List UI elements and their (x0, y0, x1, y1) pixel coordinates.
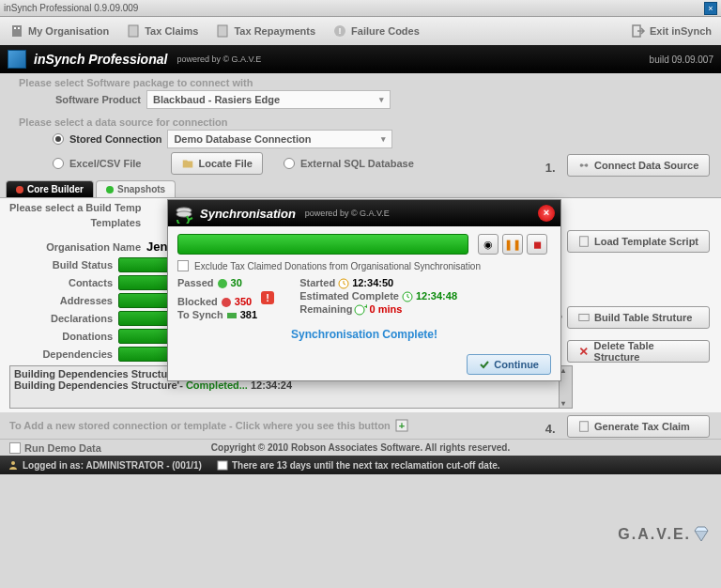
sync-play-button[interactable]: ◉ (478, 234, 499, 255)
build-icon (577, 311, 591, 324)
stored-connection-label: Stored Connection (69, 133, 161, 145)
started-value: 12:34:50 (352, 277, 393, 288)
dot-icon (16, 186, 23, 193)
svg-rect-1 (14, 27, 16, 29)
build-label: build 09.09.007 (650, 54, 713, 65)
script-icon (577, 235, 591, 248)
marker-1: 1. (545, 161, 556, 175)
user-icon (8, 459, 19, 471)
svg-point-42 (355, 305, 364, 315)
svg-point-34 (176, 211, 192, 217)
section-datasource: Please select a data source for connecti… (9, 113, 712, 130)
connect-data-source-button[interactable]: Connect Data Source (567, 154, 710, 177)
dialog-sub: powered by © G.A.V.E (305, 209, 390, 218)
generate-tax-claim-button[interactable]: Generate Tax Claim (567, 415, 710, 438)
sync-pause-button[interactable]: ❚❚ (502, 234, 523, 255)
svg-text:!: ! (339, 26, 342, 36)
app-subtitle: powered by © G.A.V.E (176, 54, 261, 64)
locate-file-button[interactable]: Locate File (171, 152, 262, 175)
software-product-label: Software Product (9, 94, 141, 105)
svg-rect-27 (579, 315, 590, 321)
svg-rect-4 (218, 25, 227, 37)
window-title: inSynch Professional 0.9.09.009 (4, 3, 138, 13)
synchronisation-dialog: Synchronisation powered by © G.A.V.E × ◉… (167, 199, 561, 381)
templates-label: Templates (9, 217, 141, 228)
document-icon (126, 23, 141, 39)
excel-label: Excel/CSV File (69, 158, 141, 169)
run-demo-checkbox[interactable] (9, 442, 21, 454)
window-titlebar: inSynch Professional 0.9.09.009 × (0, 0, 721, 17)
build-status-label: Build Status (9, 259, 113, 271)
svg-rect-3 (129, 25, 138, 37)
dialog-title: Synchronisation (200, 207, 296, 221)
svg-text:!: ! (266, 292, 269, 303)
delete-icon (577, 345, 591, 358)
stored-connection-radio[interactable] (53, 133, 64, 145)
status-login: Logged in as: ADMINISTRATOR - (001/1) (23, 460, 202, 471)
diamond-icon (691, 524, 712, 545)
status-cutoff: There are 13 days until the next tax rec… (232, 460, 500, 471)
connect-icon (577, 159, 591, 172)
exclude-checkbox[interactable] (177, 260, 189, 271)
exit-icon (631, 23, 646, 39)
marker-4: 4. (545, 422, 556, 436)
toolbar-my-organisation[interactable]: My Organisation (9, 23, 109, 39)
svg-rect-28 (580, 422, 589, 432)
toolbar-tax-repayments[interactable]: Tax Repayments (215, 23, 315, 39)
build-table-button[interactable]: Build Table Struture (567, 306, 710, 329)
svg-text:+: + (399, 420, 405, 431)
document-icon (215, 23, 230, 39)
donations-label: Donations (9, 331, 113, 342)
template-hint: To Add a new stored connection or templa… (9, 420, 391, 431)
continue-button[interactable]: Continue (467, 354, 551, 375)
passed-value: 30 (231, 277, 242, 288)
external-sql-label: External SQL Database (300, 158, 414, 169)
external-sql-radio[interactable] (284, 158, 295, 169)
delete-table-button[interactable]: Delete Table Structure (567, 340, 710, 363)
svg-point-35 (218, 279, 227, 288)
tosynch-value: 381 (240, 309, 257, 320)
error-icon: ! (332, 23, 347, 39)
copyright: Copyright © 2010 Robson Associates Softw… (211, 442, 510, 453)
clock-icon (337, 277, 350, 290)
gave-logo: G.A.V.E. (618, 524, 712, 545)
dependencies-label: Dependencies (9, 348, 113, 360)
svg-rect-39 (227, 313, 237, 318)
step1-area: 1. Connect Data Source (545, 154, 710, 177)
template-section: Please select a Build Temp (9, 202, 141, 213)
blocked-value: 350 (235, 296, 252, 307)
step4-area: 4. Generate Tax Claim (545, 415, 710, 438)
svg-point-31 (11, 461, 15, 465)
sync-complete-text: Synchronisation Complete! (177, 328, 551, 341)
software-product-select[interactable]: Blackbaud - Rasiers Edge (146, 90, 391, 109)
window-close-button[interactable]: × (704, 2, 717, 15)
svg-point-36 (222, 298, 231, 307)
dialog-close-button[interactable]: × (538, 205, 555, 222)
building-icon (9, 23, 24, 39)
status-bar: Logged in as: ADMINISTRATOR - (001/1) Th… (0, 456, 721, 474)
warning-icon[interactable]: ! (260, 290, 275, 305)
brand-bar: inSynch Professional powered by © G.A.V.… (0, 45, 721, 73)
declarations-label: Declarations (9, 313, 113, 324)
load-template-button[interactable]: Load Template Script (567, 230, 710, 253)
tab-snapshots[interactable]: Snapshots (96, 180, 176, 197)
sync-icon (174, 203, 194, 224)
tab-core-builder[interactable]: Core Builder (6, 180, 94, 197)
svg-rect-0 (12, 25, 22, 37)
sync-stop-button[interactable]: ◼ (527, 234, 547, 255)
stored-connection-select[interactable]: Demo Database Connection (167, 130, 392, 148)
contacts-label: Contacts (9, 277, 113, 288)
folder-icon (181, 157, 194, 170)
document-icon (577, 420, 591, 433)
excel-radio[interactable] (53, 158, 64, 169)
toolbar-failure-codes[interactable]: !Failure Codes (332, 23, 420, 39)
toolbar-exit[interactable]: Exit inSynch (631, 23, 712, 39)
toolbar-tax-claims[interactable]: Tax Claims (126, 23, 198, 39)
section-software: Please select Software package to connec… (9, 73, 712, 90)
logo-cube-icon (8, 50, 26, 69)
svg-rect-32 (218, 461, 227, 470)
app-title: inSynch Professional (34, 52, 167, 67)
add-icon: + (394, 418, 409, 433)
sync-small-icon (225, 309, 238, 322)
dot-icon (106, 186, 114, 193)
